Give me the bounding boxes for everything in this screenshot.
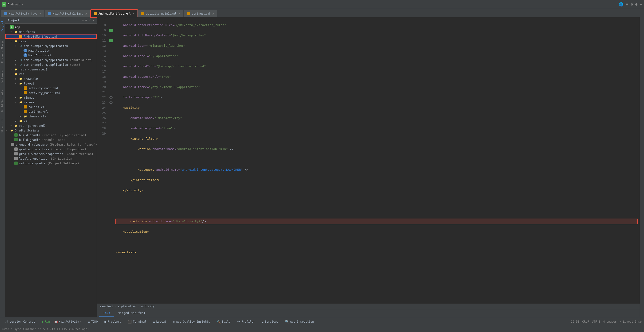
tab-close[interactable]: ×: [178, 12, 180, 15]
tree-item-activity-main[interactable]: activity_main.xml: [5, 86, 97, 90]
version-control-icon: ⎇: [5, 320, 8, 324]
tree-label: res: [19, 72, 24, 76]
profiler-label: Profiler: [242, 320, 255, 323]
build-button[interactable]: 🔨 Build: [214, 319, 233, 325]
tree-item-pkg-test[interactable]: ▶ ⬡ com.example.myapplication (test): [5, 62, 97, 67]
folder-icon: 📁: [14, 124, 18, 128]
tree-item-java[interactable]: ▾ 📁 java: [5, 39, 97, 43]
tree-label: proguard-rules.pro: [16, 143, 48, 146]
tree-item-res-generated[interactable]: ▾ 📁 res (generated): [5, 123, 97, 128]
tree-item-settings-gradle[interactable]: settings.gradle (Project Settings): [5, 161, 97, 166]
logcat-button[interactable]: ≡ Logcat: [151, 319, 169, 325]
code-line-24: [116, 198, 638, 203]
breadcrumb-manifest[interactable]: manifest: [100, 305, 113, 308]
todo-button[interactable]: ≡ TODO: [85, 319, 100, 325]
tree-item-gradle-properties[interactable]: gradle.properties (Project Properties): [5, 147, 97, 152]
problems-button[interactable]: ● Problems: [102, 319, 124, 325]
tree-arrow: ▾: [6, 129, 10, 132]
tab-androidmanifest[interactable]: AndroidManifest.xml ×: [91, 10, 138, 17]
tree-label-muted: (SDK Location): [47, 157, 74, 160]
tree-item-mainactivity2[interactable]: C MainActivity2: [5, 53, 97, 57]
tab-close[interactable]: ×: [132, 12, 134, 15]
breadcrumb-activity[interactable]: activity: [141, 305, 155, 308]
sidebar-item-build-variants[interactable]: Build Variants: [0, 87, 5, 115]
tab-close[interactable]: ×: [40, 12, 42, 15]
app-quality-button[interactable]: ◇ App Quality Insights: [171, 319, 212, 325]
app-inspection-button[interactable]: 🔍 App Inspection: [282, 319, 316, 325]
code-editor[interactable]: 7 8 9 10 11 12 13 14 15 16 17 18 19 20 2…: [97, 17, 640, 304]
gutter-marker: [109, 69, 113, 74]
services-button[interactable]: ☁ Services: [259, 319, 280, 325]
tree-item-build-gradle-project[interactable]: build.gradle (Project: My_Application): [5, 133, 97, 137]
pkg-icon: ⬡: [19, 44, 22, 48]
profiler-button[interactable]: 〜 Profiler: [235, 319, 258, 325]
tree-item-pkg-androidtest[interactable]: ▶ ⬡ com.example.myapplication (androidTe…: [5, 57, 97, 62]
sidebar-item-resource-manager[interactable]: Resource Manager: [0, 35, 5, 66]
sidebar-item-bookmarks[interactable]: Bookmarks: [0, 66, 5, 87]
minimize-icon[interactable]: −: [640, 2, 642, 6]
tree-item-manifests[interactable]: ▾ 📁 manifests: [5, 29, 97, 34]
tree-item-activity-main2[interactable]: activity_main2.xml: [5, 90, 97, 95]
gutter-marker: [109, 64, 113, 69]
terminal-button[interactable]: ⬛ Terminal: [125, 319, 149, 325]
tree-item-res[interactable]: ▾ 📁 res: [5, 72, 97, 76]
filter-icon[interactable]: ⚙: [630, 2, 633, 6]
tree-item-themes[interactable]: ▶ 📁 themes (2): [5, 114, 97, 119]
dropdown-arrow[interactable]: ▾: [22, 2, 23, 6]
tree-item-pkg-main[interactable]: ▾ ⬡ com.example.myapplication: [5, 43, 97, 48]
tree-item-gradle-scripts[interactable]: ▾ 📁 Gradle Scripts: [5, 128, 97, 133]
tree-arrow: ▶: [15, 96, 18, 99]
tab-text[interactable]: Text: [99, 310, 114, 317]
cursor-position: 26:50: [571, 320, 579, 323]
tree-item-xml[interactable]: ▶ 📁 xml: [5, 119, 97, 123]
tree-item-local-properties[interactable]: local.properties (SDK Location): [5, 156, 97, 161]
tree-item-androidmanifest[interactable]: AndroidManifest.xml: [5, 34, 97, 39]
tree-item-gradle-wrapper[interactable]: gradle-wrapper.properties (Gradle Versio…: [5, 152, 97, 156]
layout-insp-button[interactable]: ↗ Layout Insp: [620, 320, 642, 323]
run-app-close[interactable]: ×: [80, 320, 82, 323]
tree-label: layout: [24, 82, 34, 85]
filter-icon[interactable]: ⚡: [89, 19, 91, 22]
tree-item-proguard[interactable]: proguard-rules.pro (ProGuard Rules for "…: [5, 142, 97, 147]
tree-item-app[interactable]: ▾ A app: [5, 25, 97, 29]
gradle-icon: [14, 133, 18, 137]
tree-item-mipmap[interactable]: ▶ 📁 mipmap: [5, 95, 97, 100]
tree-arrow: ▾: [15, 82, 18, 85]
breadcrumb-application[interactable]: application: [118, 305, 136, 308]
code-line-14: tools:targetApi="31">: [116, 95, 638, 100]
sidebar-item-project[interactable]: Project: [0, 17, 5, 35]
close-panel-icon[interactable]: ×: [93, 19, 94, 22]
tree-item-build-gradle-module[interactable]: build.gradle (Module :app): [5, 137, 97, 142]
tree-item-drawable[interactable]: ▶ 📁 drawable: [5, 76, 97, 81]
settings-icon[interactable]: ⚙: [635, 2, 638, 6]
settings-icon[interactable]: ⚙: [82, 19, 84, 22]
sidebar-item-structure[interactable]: Structure: [0, 115, 5, 136]
tab-mainactivity2[interactable]: MainActivity2.java ×: [45, 10, 90, 17]
tree-item-java-generated[interactable]: ▾ 📁 java (generated): [5, 67, 97, 72]
logcat-label: Logcat: [156, 320, 166, 323]
run-button[interactable]: ▶ Run: [39, 319, 52, 325]
tab-strings[interactable]: strings.xml ×: [184, 10, 217, 17]
tab-close[interactable]: ×: [212, 12, 214, 15]
code-line-15: <activity: [116, 105, 638, 110]
project-tree: ▾ A app ▾ 📁 manifests AndroidManifest.xm…: [5, 24, 97, 317]
run-label: Run: [45, 320, 50, 323]
project-name: Android: [8, 2, 20, 6]
tree-item-strings[interactable]: strings.xml: [5, 109, 97, 114]
tree-label: activity_main.xml: [28, 86, 58, 90]
tab-close[interactable]: ×: [85, 12, 87, 15]
tree-item-colors[interactable]: colors.xml: [5, 105, 97, 109]
list-icon[interactable]: ≡: [626, 2, 628, 6]
code-lines[interactable]: android:dataExtractionRules="@xml/data_e…: [113, 17, 640, 265]
tree-item-values[interactable]: ▾ 📁 values: [5, 100, 97, 105]
tab-mainactivity[interactable]: MainActivity.java ×: [1, 10, 44, 17]
layout-icon[interactable]: ⊞: [85, 19, 87, 22]
tree-item-mainactivity[interactable]: C MainActivity: [5, 48, 97, 53]
breadcrumb-sep: ›: [115, 305, 116, 308]
tree-arrow: ▾: [10, 68, 14, 71]
tab-merged-manifest[interactable]: Merged Manifest: [114, 310, 149, 317]
tab-activitymain2[interactable]: activity_main2.xml ×: [138, 10, 183, 17]
version-control-button[interactable]: ⎇ Version Control: [2, 319, 38, 325]
globe-icon[interactable]: 🌐: [619, 2, 624, 6]
tree-item-layout[interactable]: ▾ 📁 layout: [5, 81, 97, 86]
